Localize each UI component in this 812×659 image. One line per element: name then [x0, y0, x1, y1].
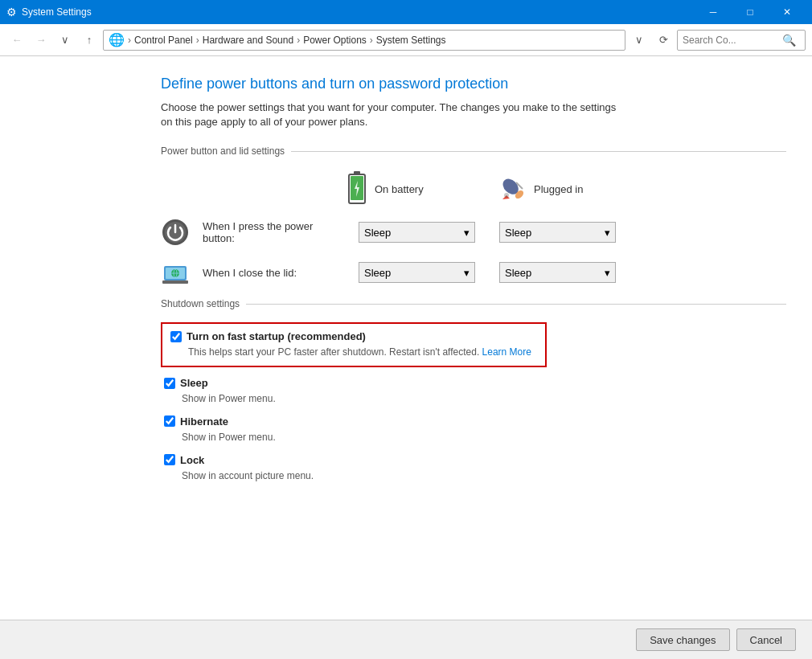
- hibernate-checkbox[interactable]: [164, 415, 175, 427]
- title-bar-icon: ⚙: [6, 6, 17, 18]
- close-lid-plugged-in-dropdown[interactable]: Sleep ▾: [499, 262, 616, 283]
- refresh-button[interactable]: ⟳: [653, 30, 674, 51]
- power-button-icon: [161, 218, 190, 247]
- main-content: Define power buttons and turn on passwor…: [0, 56, 812, 659]
- close-lid-icon: [161, 258, 190, 287]
- bottom-bar: Save changes Cancel: [0, 620, 812, 659]
- chevron-down-icon: ▾: [605, 227, 610, 239]
- power-section-header: Power button and lid settings: [161, 145, 786, 157]
- breadcrumb-control-panel[interactable]: Control Panel: [134, 35, 193, 46]
- title-bar: ⚙ System Settings ─ □ ✕: [0, 0, 812, 24]
- fast-startup-title: Turn on fast startup (recommended): [187, 330, 366, 342]
- lock-item: Lock Show in account picture menu.: [161, 454, 786, 483]
- breadcrumb-hardware-sound[interactable]: Hardware and Sound: [203, 35, 293, 46]
- plugged-in-icon: [498, 174, 527, 203]
- sleep-item: Sleep Show in Power menu.: [161, 377, 786, 406]
- hibernate-item: Hibernate Show in Power menu.: [161, 415, 786, 444]
- on-battery-label: On battery: [375, 183, 424, 195]
- plugged-in-label: Plugged in: [534, 183, 583, 195]
- sleep-header: Sleep: [164, 377, 786, 389]
- sleep-desc: Show in Power menu.: [164, 392, 786, 406]
- page-title: Define power buttons and turn on passwor…: [161, 76, 786, 92]
- back-button[interactable]: ←: [6, 30, 27, 51]
- fast-startup-box: Turn on fast startup (recommended) This …: [161, 322, 547, 367]
- breadcrumb: 🌐 › Control Panel › Hardware and Sound ›…: [103, 30, 625, 51]
- hibernate-desc: Show in Power menu.: [164, 431, 786, 444]
- on-battery-header: On battery: [346, 170, 474, 208]
- lock-desc: Show in account picture menu.: [164, 469, 786, 483]
- minimize-button[interactable]: ─: [695, 0, 732, 24]
- power-button-on-battery-dropdown[interactable]: Sleep ▾: [359, 222, 475, 243]
- dropdown-button[interactable]: ∨: [55, 30, 76, 51]
- lock-checkbox[interactable]: [164, 454, 175, 465]
- close-button[interactable]: ✕: [769, 0, 806, 24]
- close-lid-label: When I close the lid:: [203, 267, 346, 279]
- learn-more-link[interactable]: Learn More: [482, 346, 531, 358]
- sleep-checkbox[interactable]: [164, 378, 175, 389]
- globe-icon: 🌐: [109, 32, 125, 47]
- title-bar-controls: ─ □ ✕: [695, 0, 806, 24]
- forward-button[interactable]: →: [31, 30, 51, 51]
- page-description: Choose the power settings that you want …: [161, 100, 619, 129]
- save-button[interactable]: Save changes: [636, 628, 729, 651]
- breadcrumb-power-options[interactable]: Power Options: [303, 35, 367, 46]
- power-section-label: Power button and lid settings: [161, 145, 285, 157]
- title-bar-title: System Settings: [22, 6, 695, 18]
- cancel-button[interactable]: Cancel: [736, 628, 796, 651]
- power-button-row: When I press the power button: Sleep ▾ S…: [161, 218, 786, 247]
- fast-startup-checkbox[interactable]: [170, 331, 182, 342]
- breadcrumb-system-settings[interactable]: System Settings: [376, 35, 446, 46]
- svg-rect-13: [162, 280, 188, 284]
- dropdown-history-button[interactable]: ∨: [629, 30, 650, 51]
- address-bar: ← → ∨ ↑ 🌐 › Control Panel › Hardware and…: [0, 24, 812, 56]
- svg-rect-1: [354, 171, 360, 175]
- divider: [291, 151, 786, 152]
- chevron-down-icon: ▾: [464, 227, 470, 239]
- maximize-button[interactable]: □: [732, 0, 769, 24]
- lock-header: Lock: [164, 454, 786, 466]
- chevron-down-icon: ▾: [605, 267, 610, 279]
- fast-startup-desc: This helps start your PC faster after sh…: [170, 346, 537, 359]
- power-button-plugged-in-dropdown[interactable]: Sleep ▾: [499, 222, 616, 243]
- power-header-row: On battery Plugged in: [161, 170, 786, 208]
- up-button[interactable]: ↑: [79, 30, 100, 51]
- shutdown-section: Shutdown settings Turn on fast startup (…: [161, 298, 786, 482]
- hibernate-title: Hibernate: [180, 415, 228, 428]
- search-box: 🔍: [677, 30, 806, 51]
- hibernate-header: Hibernate: [164, 415, 786, 428]
- search-input[interactable]: [683, 35, 779, 46]
- plugged-in-header: Plugged in: [498, 174, 627, 203]
- svg-point-7: [504, 193, 509, 198]
- shutdown-section-header: Shutdown settings: [161, 298, 786, 309]
- shutdown-section-label: Shutdown settings: [161, 298, 240, 309]
- battery-icon: [346, 170, 368, 208]
- lock-title: Lock: [180, 454, 204, 466]
- close-lid-on-battery-dropdown[interactable]: Sleep ▾: [359, 262, 475, 283]
- divider: [246, 304, 786, 305]
- close-lid-row: When I close the lid: Sleep ▾ Sleep ▾: [161, 258, 786, 287]
- power-button-label: When I press the power button:: [203, 220, 346, 244]
- fast-startup-header: Turn on fast startup (recommended): [170, 330, 537, 342]
- chevron-down-icon: ▾: [464, 267, 470, 279]
- search-icon: 🔍: [782, 34, 796, 47]
- sleep-title: Sleep: [180, 377, 208, 389]
